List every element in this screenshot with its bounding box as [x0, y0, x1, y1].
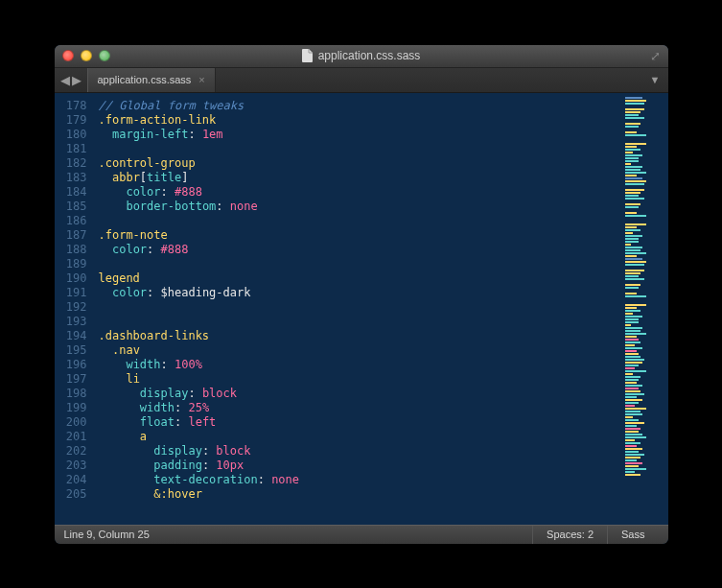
minimap-line	[625, 287, 639, 289]
minimap-line	[625, 356, 640, 358]
minimap-line	[625, 134, 646, 136]
status-position[interactable]: Line 9, Column 25	[64, 529, 533, 540]
minimap-line	[625, 310, 640, 312]
line-number: 198	[55, 387, 87, 401]
minimap-line	[625, 100, 646, 102]
line-number: 182	[55, 156, 87, 171]
minimap-line	[625, 275, 639, 277]
code-line[interactable]: legend	[99, 271, 622, 286]
line-number: 183	[55, 171, 87, 185]
code-line[interactable]: width: 100%	[99, 358, 622, 372]
minimap-line	[625, 103, 644, 105]
line-number: 193	[55, 315, 87, 329]
line-number: 191	[55, 286, 87, 300]
line-number: 178	[55, 99, 87, 113]
code-line[interactable]: a	[99, 430, 622, 444]
code-line[interactable]: .nav	[99, 343, 622, 358]
minimap-line	[625, 390, 640, 392]
minimap-line	[625, 462, 642, 464]
nav-forward-icon[interactable]: ▶	[72, 73, 82, 87]
minimap-line	[625, 117, 644, 119]
code-line[interactable]	[99, 315, 622, 329]
minimap-line	[625, 376, 640, 378]
tab-nav: ◀ ▶	[55, 68, 87, 92]
minimap-line	[625, 419, 639, 421]
minimap-line	[625, 244, 631, 246]
code-line[interactable]: margin-left: 1em	[99, 128, 622, 142]
status-indent[interactable]: Spaces: 2	[532, 526, 607, 544]
code-line[interactable]: float: left	[99, 415, 622, 430]
minimap-line	[625, 149, 640, 151]
minimap-line	[625, 347, 642, 349]
minimap-line	[625, 379, 639, 381]
code-line[interactable]: color: $heading-dark	[99, 286, 622, 300]
line-number: 205	[55, 487, 87, 502]
code-line[interactable]: &:hover	[99, 487, 622, 502]
code-line[interactable]: .form-action-link	[99, 113, 622, 128]
line-number: 190	[55, 271, 87, 286]
minimap-line	[625, 474, 640, 476]
code-line[interactable]: .form-note	[99, 228, 622, 243]
code-line[interactable]	[99, 214, 622, 228]
minimap-line	[625, 396, 637, 398]
minimap-line	[625, 270, 644, 271]
code-line[interactable]: .dashboard-links	[99, 329, 622, 343]
minimap-line	[625, 226, 637, 228]
minimap-line	[625, 359, 644, 361]
minimap-line	[625, 471, 635, 473]
line-number: 197	[55, 372, 87, 387]
code-line[interactable]: text-decoration: none	[99, 473, 622, 487]
minimap-line	[625, 333, 646, 335]
document-icon	[302, 49, 314, 62]
status-syntax[interactable]: Sass	[607, 526, 658, 544]
code-line[interactable]: color: #888	[99, 243, 622, 257]
code-line[interactable]: abbr[title]	[99, 171, 622, 185]
minimap-line	[625, 468, 646, 470]
minimap[interactable]	[622, 93, 668, 525]
line-number: 194	[55, 329, 87, 343]
code-line[interactable]	[99, 142, 622, 156]
minimap-line	[625, 408, 646, 410]
code-line[interactable]: width: 25%	[99, 401, 622, 415]
minimap-line	[625, 439, 635, 441]
code-line[interactable]: .control-group	[99, 156, 622, 171]
minimap-line	[625, 272, 640, 274]
minimap-line	[625, 293, 637, 294]
code-line[interactable]: border-bottom: none	[99, 200, 622, 214]
tab-overflow-button[interactable]: ▼	[642, 68, 668, 92]
line-number: 188	[55, 243, 87, 257]
nav-back-icon[interactable]: ◀	[60, 73, 70, 87]
minimap-line	[625, 206, 639, 208]
code-line[interactable]: display: block	[99, 444, 622, 459]
minimap-line	[625, 180, 646, 182]
minimap-line	[625, 367, 635, 369]
line-number-gutter: 1781791801811821831841851861871881891901…	[55, 93, 95, 525]
code-line[interactable]: padding: 10px	[99, 459, 622, 473]
code-content[interactable]: // Global form tweaks.form-action-link m…	[95, 93, 622, 525]
minimap-line	[625, 154, 642, 156]
editor-window: application.css.sass ⤢ ◀ ▶ application.c…	[55, 45, 668, 544]
expand-icon[interactable]: ⤢	[650, 49, 661, 63]
code-line[interactable]	[99, 257, 622, 271]
minimap-line	[625, 327, 642, 329]
minimap-line	[625, 431, 639, 433]
editor-area[interactable]: 1781791801811821831841851861871881891901…	[55, 93, 668, 525]
minimap-line	[625, 143, 646, 145]
minimap-line	[625, 428, 640, 430]
tab-active[interactable]: application.css.sass ×	[87, 68, 216, 92]
code-line[interactable]	[99, 300, 622, 315]
minimap-line	[625, 442, 640, 444]
tab-close-icon[interactable]: ×	[198, 74, 204, 85]
code-line[interactable]: color: #888	[99, 185, 622, 200]
minimap-line	[625, 385, 642, 387]
code-line[interactable]: // Global form tweaks	[99, 99, 622, 113]
close-window-button[interactable]	[62, 50, 74, 61]
code-line[interactable]: li	[99, 372, 622, 387]
zoom-window-button[interactable]	[99, 50, 110, 61]
line-number: 199	[55, 401, 87, 415]
code-line[interactable]: display: block	[99, 387, 622, 401]
minimize-window-button[interactable]	[81, 50, 92, 61]
minimap-line	[625, 422, 644, 424]
minimap-line	[625, 373, 633, 375]
window-title-wrap: application.css.sass	[55, 49, 668, 62]
